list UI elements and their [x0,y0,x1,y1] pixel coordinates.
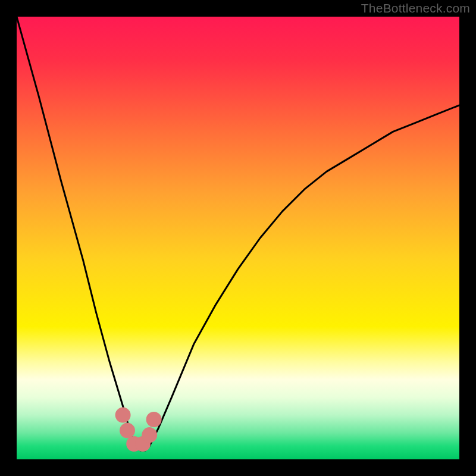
gradient-background [17,17,459,459]
curve-marker [142,427,157,443]
curve-marker [146,412,162,427]
watermark-text: TheBottleneck.com [361,1,470,15]
plot-area [17,17,459,459]
chart-frame: TheBottleneck.com [0,0,476,476]
curve-marker [115,408,131,423]
curve-marker [120,423,135,439]
bottleneck-chart [17,17,459,459]
